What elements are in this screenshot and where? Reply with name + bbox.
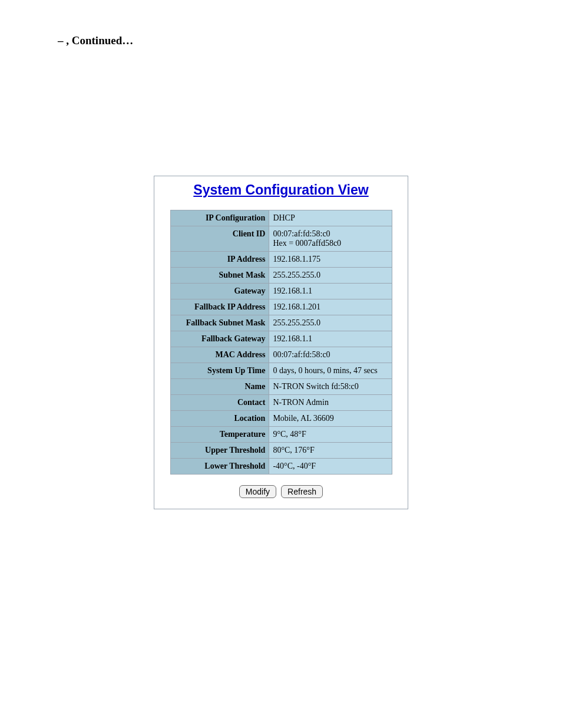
table-row: ContactN-TRON Admin bbox=[170, 395, 392, 411]
field-label: System Up Time bbox=[170, 363, 269, 379]
system-config-panel: System Configuration View IP Configurati… bbox=[154, 176, 408, 509]
field-label: Client ID bbox=[170, 226, 269, 252]
field-value: 9°C, 48°F bbox=[269, 427, 392, 443]
button-row: Modify Refresh bbox=[159, 485, 403, 498]
modify-button[interactable]: Modify bbox=[239, 485, 276, 498]
field-value: -40°C, -40°F bbox=[269, 459, 392, 475]
refresh-button[interactable]: Refresh bbox=[281, 485, 323, 498]
panel-title: System Configuration View bbox=[159, 182, 403, 198]
table-row: System Up Time0 days, 0 hours, 0 mins, 4… bbox=[170, 363, 392, 379]
table-row: MAC Address00:07:af:fd:58:c0 bbox=[170, 347, 392, 363]
config-table: IP ConfigurationDHCPClient ID00:07:af:fd… bbox=[170, 210, 392, 475]
field-value: 192.168.1.1 bbox=[269, 331, 392, 347]
field-value: DHCP bbox=[269, 210, 392, 226]
table-row: Fallback Subnet Mask255.255.255.0 bbox=[170, 315, 392, 331]
field-value: 192.168.1.1 bbox=[269, 284, 392, 299]
table-row: Gateway192.168.1.1 bbox=[170, 284, 392, 299]
field-value: 0 days, 0 hours, 0 mins, 47 secs bbox=[269, 363, 392, 379]
field-value: 192.168.1.175 bbox=[269, 252, 392, 268]
field-label: Upper Threshold bbox=[170, 443, 269, 459]
field-value: N-TRON Switch fd:58:c0 bbox=[269, 379, 392, 395]
field-label: IP Configuration bbox=[170, 210, 269, 226]
field-value: N-TRON Admin bbox=[269, 395, 392, 411]
field-label: Location bbox=[170, 411, 269, 427]
field-label: Subnet Mask bbox=[170, 268, 269, 284]
field-label: IP Address bbox=[170, 252, 269, 268]
table-row: LocationMobile, AL 36609 bbox=[170, 411, 392, 427]
field-label: Name bbox=[170, 379, 269, 395]
field-label: Gateway bbox=[170, 284, 269, 299]
field-label: Fallback IP Address bbox=[170, 299, 269, 315]
field-label: Temperature bbox=[170, 427, 269, 443]
field-label: Lower Threshold bbox=[170, 459, 269, 475]
table-row: Upper Threshold80°C, 176°F bbox=[170, 443, 392, 459]
page-heading: – , Continued… bbox=[0, 34, 562, 47]
table-row: Fallback Gateway192.168.1.1 bbox=[170, 331, 392, 347]
field-value: 255.255.255.0 bbox=[269, 268, 392, 284]
table-row: Lower Threshold-40°C, -40°F bbox=[170, 459, 392, 475]
field-value: 00:07:af:fd:58:c0 bbox=[269, 347, 392, 363]
table-row: Fallback IP Address192.168.1.201 bbox=[170, 299, 392, 315]
table-row: Subnet Mask255.255.255.0 bbox=[170, 268, 392, 284]
field-value: 255.255.255.0 bbox=[269, 315, 392, 331]
table-row: Temperature9°C, 48°F bbox=[170, 427, 392, 443]
table-row: Client ID00:07:af:fd:58:c0 Hex = 0007aff… bbox=[170, 226, 392, 252]
field-value: 192.168.1.201 bbox=[269, 299, 392, 315]
field-value: 00:07:af:fd:58:c0 Hex = 0007affd58c0 bbox=[269, 226, 392, 252]
table-row: IP Address192.168.1.175 bbox=[170, 252, 392, 268]
field-label: MAC Address bbox=[170, 347, 269, 363]
field-value: Mobile, AL 36609 bbox=[269, 411, 392, 427]
field-label: Fallback Subnet Mask bbox=[170, 315, 269, 331]
table-row: NameN-TRON Switch fd:58:c0 bbox=[170, 379, 392, 395]
field-value: 80°C, 176°F bbox=[269, 443, 392, 459]
field-label: Contact bbox=[170, 395, 269, 411]
table-row: IP ConfigurationDHCP bbox=[170, 210, 392, 226]
field-label: Fallback Gateway bbox=[170, 331, 269, 347]
